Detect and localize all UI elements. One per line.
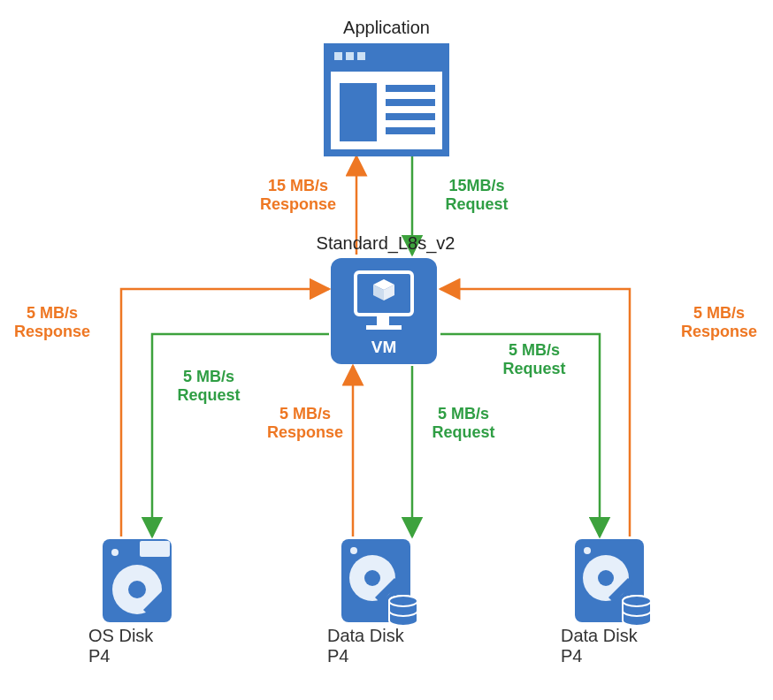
svg-rect-18 xyxy=(140,541,170,557)
d2-request-label: 5 MB/s Request xyxy=(490,341,578,377)
d2-response-label: 5 MB/s Response xyxy=(670,304,768,340)
application-title: Application xyxy=(327,18,446,38)
d1-l1: Data Disk xyxy=(327,626,404,645)
svg-rect-6 xyxy=(386,85,435,92)
svg-point-22 xyxy=(350,547,357,554)
d1-req-l1: 5 MB/s xyxy=(438,405,489,422)
d2-req-l2: Request xyxy=(502,360,565,377)
os-req-l2: Request xyxy=(177,386,240,404)
data-disk-2-label: Data Disk P4 xyxy=(561,626,667,666)
d1-req-l2: Request xyxy=(432,423,494,441)
svg-rect-13 xyxy=(366,325,402,330)
d1-resp-l2: Response xyxy=(267,423,343,441)
svg-point-32 xyxy=(623,596,651,606)
svg-rect-3 xyxy=(346,52,354,60)
os-disk-l2: P4 xyxy=(88,646,110,666)
d2-resp-l1: 5 MB/s xyxy=(693,304,745,322)
app-resp-l2: Response xyxy=(260,195,336,213)
app-req-l1: 15MB/s xyxy=(448,177,504,194)
app-req-l2: Request xyxy=(445,195,508,213)
application-icon xyxy=(327,47,446,153)
svg-point-28 xyxy=(598,570,614,586)
d1-resp-l1: 5 MB/s xyxy=(279,405,331,422)
d1-l2: P4 xyxy=(327,646,348,666)
svg-point-17 xyxy=(111,549,119,556)
os-request-label: 5 MB/s Request xyxy=(165,368,253,404)
diagram-canvas: Application Standard_L8s_v2 VM OS Disk P… xyxy=(0,0,773,700)
svg-rect-7 xyxy=(386,99,435,106)
svg-rect-1 xyxy=(327,47,446,72)
vm-box-label: VM xyxy=(331,338,437,357)
svg-rect-9 xyxy=(386,127,435,134)
svg-point-25 xyxy=(389,596,417,606)
d2-resp-l2: Response xyxy=(681,323,757,340)
data-disk-1-label: Data Disk P4 xyxy=(327,626,433,666)
svg-rect-4 xyxy=(357,52,365,60)
svg-rect-5 xyxy=(340,83,377,141)
d1-response-label: 5 MB/s Response xyxy=(256,405,354,441)
d1-request-label: 5 MB/s Request xyxy=(419,405,508,441)
svg-rect-12 xyxy=(377,316,389,325)
data-disk-1-icon xyxy=(341,539,417,626)
d2-l1: Data Disk xyxy=(561,626,638,645)
os-disk-label: OS Disk P4 xyxy=(88,626,186,666)
app-resp-l1: 15 MB/s xyxy=(268,177,328,194)
svg-rect-2 xyxy=(334,52,342,60)
svg-point-16 xyxy=(128,581,146,598)
os-disk-icon xyxy=(103,539,172,622)
os-resp-l1: 5 MB/s xyxy=(27,304,78,322)
d2-l2: P4 xyxy=(561,646,582,666)
svg-point-21 xyxy=(364,570,380,586)
os-response-label: 5 MB/s Response xyxy=(4,304,101,340)
vm-title: Standard_L8s_v2 xyxy=(311,233,460,254)
data-disk-2-icon xyxy=(575,539,651,626)
os-resp-l2: Response xyxy=(14,323,90,340)
app-request-label: 15MB/s Request xyxy=(428,177,525,213)
os-disk-l1: OS Disk xyxy=(88,626,153,645)
svg-rect-8 xyxy=(386,113,435,120)
os-req-l1: 5 MB/s xyxy=(183,368,234,385)
svg-point-29 xyxy=(584,547,591,554)
app-response-label: 15 MB/s Response xyxy=(249,177,347,213)
d2-req-l1: 5 MB/s xyxy=(509,341,560,359)
